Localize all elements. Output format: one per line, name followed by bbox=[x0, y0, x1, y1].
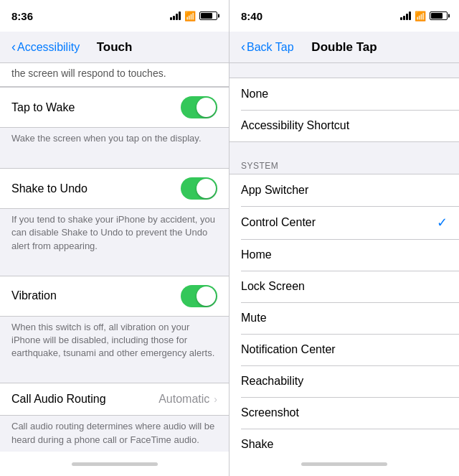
left-status-icons: 📶 bbox=[170, 11, 217, 22]
list-item-notification-center[interactable]: Notification Center bbox=[230, 334, 459, 365]
control-center-check-icon: ✓ bbox=[437, 215, 448, 230]
left-nav-bar: ‹ Accessibility Touch bbox=[0, 32, 229, 63]
mute-label: Mute bbox=[241, 312, 448, 325]
left-page-title: Touch bbox=[97, 40, 133, 55]
battery-icon bbox=[199, 11, 217, 20]
call-audio-group: Call Audio Routing Automatic › bbox=[0, 383, 229, 416]
call-audio-section: Call Audio Routing Automatic › Call audi… bbox=[0, 383, 229, 452]
accessibility-shortcut-label: Accessibility Shortcut bbox=[241, 119, 448, 132]
scroll-off-text: the screen will respond to touches. bbox=[0, 63, 229, 87]
right-back-label: Back Tap bbox=[247, 41, 294, 54]
left-back-button[interactable]: ‹ Accessibility bbox=[11, 41, 80, 54]
right-phone-panel: 8:40 📶 ‹ Back Tap Double Tap bbox=[230, 0, 459, 476]
list-item-screenshot[interactable]: Screenshot bbox=[230, 397, 459, 429]
tap-to-wake-label: Tap to Wake bbox=[11, 101, 181, 114]
shake-to-undo-group: Shake to Undo bbox=[0, 168, 229, 209]
shake-to-undo-description: If you tend to shake your iPhone by acci… bbox=[0, 209, 229, 261]
signal-icon bbox=[170, 11, 181, 20]
left-phone-panel: 8:36 📶 ‹ Accessibility Touch the screen … bbox=[0, 0, 230, 476]
call-audio-chevron-icon: › bbox=[214, 393, 217, 405]
call-audio-right: Automatic › bbox=[158, 393, 217, 406]
lock-screen-label: Lock Screen bbox=[241, 280, 448, 293]
shake-to-undo-toggle[interactable] bbox=[181, 177, 217, 200]
vibration-toggle[interactable] bbox=[181, 285, 217, 307]
right-nav-bar: ‹ Back Tap Double Tap bbox=[230, 32, 459, 63]
right-status-time: 8:40 bbox=[241, 10, 262, 22]
list-item-none[interactable]: None bbox=[230, 78, 459, 110]
left-home-indicator bbox=[0, 452, 229, 476]
right-wifi-icon: 📶 bbox=[415, 11, 426, 22]
vibration-item[interactable]: Vibration bbox=[0, 276, 229, 316]
wifi-icon: 📶 bbox=[184, 11, 196, 22]
vibration-group: Vibration bbox=[0, 276, 229, 317]
shake-to-undo-toggle-thumb bbox=[197, 179, 216, 198]
list-item-home[interactable]: Home bbox=[230, 239, 459, 271]
tap-to-wake-toggle-thumb bbox=[197, 98, 216, 117]
vibration-section: Vibration When this switch is off, all v… bbox=[0, 276, 229, 369]
vibration-description: When this switch is off, all vibration o… bbox=[0, 317, 229, 369]
call-audio-label: Call Audio Routing bbox=[11, 393, 158, 406]
tap-to-wake-toggle[interactable] bbox=[181, 96, 217, 118]
shake-to-undo-label: Shake to Undo bbox=[11, 182, 181, 195]
system-list-section: SYSTEM App Switcher Control Center ✓ Hom… bbox=[230, 157, 459, 452]
reachability-label: Reachability bbox=[241, 375, 448, 388]
right-page-title: Double Tap bbox=[311, 40, 377, 55]
right-status-icons: 📶 bbox=[400, 11, 448, 22]
list-item-control-center[interactable]: Control Center ✓ bbox=[230, 206, 459, 239]
list-item-lock-screen[interactable]: Lock Screen bbox=[230, 271, 459, 302]
notification-center-label: Notification Center bbox=[241, 343, 448, 356]
control-center-label: Control Center bbox=[241, 216, 437, 229]
top-list-section: None Accessibility Shortcut bbox=[230, 78, 459, 142]
vibration-toggle-thumb bbox=[197, 286, 216, 306]
top-list-group: None Accessibility Shortcut bbox=[230, 78, 459, 142]
right-status-bar: 8:40 📶 bbox=[230, 0, 459, 32]
tap-to-wake-section: Tap to Wake Wake the screen when you tap… bbox=[0, 87, 229, 154]
app-switcher-label: App Switcher bbox=[241, 184, 448, 197]
tap-to-wake-group: Tap to Wake bbox=[0, 87, 229, 128]
list-item-shake[interactable]: Shake bbox=[230, 429, 459, 452]
right-home-bar bbox=[301, 462, 387, 466]
shake-label: Shake bbox=[241, 438, 448, 451]
shake-to-undo-item[interactable]: Shake to Undo bbox=[0, 169, 229, 208]
left-back-label: Accessibility bbox=[17, 41, 80, 54]
right-back-chevron-icon: ‹ bbox=[241, 40, 245, 53]
right-settings-content: None Accessibility Shortcut SYSTEM App S… bbox=[230, 63, 459, 452]
system-section-header: SYSTEM bbox=[230, 157, 459, 174]
screenshot-label: Screenshot bbox=[241, 406, 448, 419]
right-battery-icon bbox=[430, 11, 448, 20]
left-home-bar bbox=[72, 462, 158, 466]
right-signal-icon bbox=[400, 11, 411, 20]
call-audio-item[interactable]: Call Audio Routing Automatic › bbox=[0, 383, 229, 415]
tap-to-wake-item[interactable]: Tap to Wake bbox=[0, 88, 229, 127]
left-settings-content: the screen will respond to touches. Tap … bbox=[0, 63, 229, 452]
system-list-group: App Switcher Control Center ✓ Home Lock … bbox=[230, 174, 459, 452]
tap-to-wake-description: Wake the screen when you tap on the disp… bbox=[0, 128, 229, 154]
call-audio-value: Automatic bbox=[158, 393, 209, 406]
list-item-mute[interactable]: Mute bbox=[230, 302, 459, 334]
right-back-button[interactable]: ‹ Back Tap bbox=[241, 41, 294, 54]
home-label: Home bbox=[241, 248, 448, 261]
shake-to-undo-section: Shake to Undo If you tend to shake your … bbox=[0, 168, 229, 261]
call-audio-description: Call audio routing determines where audi… bbox=[0, 416, 229, 452]
left-back-chevron-icon: ‹ bbox=[11, 40, 16, 53]
right-home-indicator bbox=[230, 452, 459, 476]
vibration-label: Vibration bbox=[11, 289, 181, 302]
list-item-accessibility-shortcut[interactable]: Accessibility Shortcut bbox=[230, 110, 459, 141]
list-item-reachability[interactable]: Reachability bbox=[230, 365, 459, 397]
left-status-time: 8:36 bbox=[11, 10, 33, 22]
none-label: None bbox=[241, 88, 448, 101]
left-status-bar: 8:36 📶 bbox=[0, 0, 229, 32]
list-item-app-switcher[interactable]: App Switcher bbox=[230, 174, 459, 206]
